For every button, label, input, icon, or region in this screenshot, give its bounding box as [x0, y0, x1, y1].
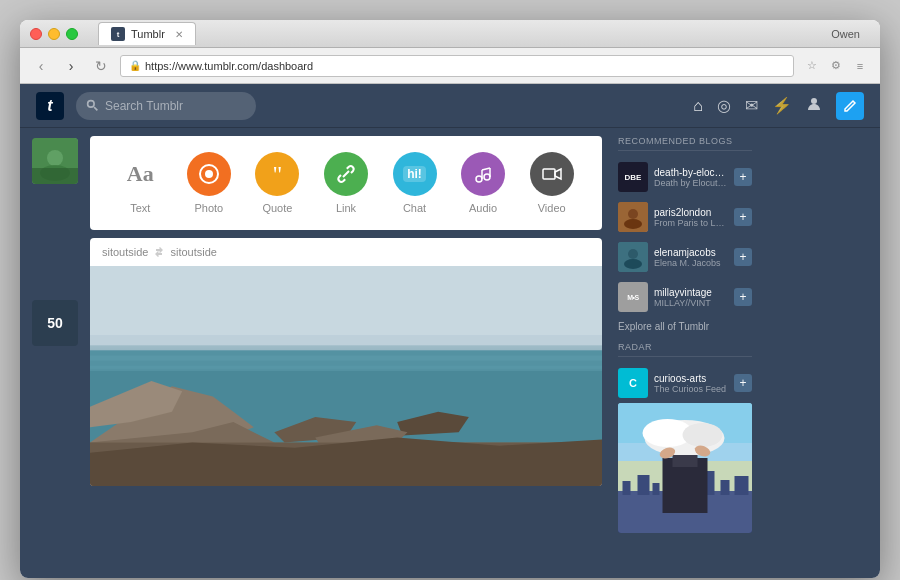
- radar-blog-avatar: C: [618, 368, 648, 398]
- svg-point-33: [628, 249, 638, 259]
- svg-point-0: [88, 101, 95, 108]
- forward-button[interactable]: ›: [60, 55, 82, 77]
- nav-bar: ‹ › ↻ 🔒 https://www.tumblr.com/dashboard…: [20, 48, 880, 84]
- tumblr-logo[interactable]: t: [36, 92, 64, 120]
- follow-button-0[interactable]: +: [734, 168, 752, 186]
- follow-button-1[interactable]: +: [734, 208, 752, 226]
- follow-button-2[interactable]: +: [734, 248, 752, 266]
- svg-point-8: [205, 170, 213, 178]
- quote-post-label: Quote: [262, 202, 292, 214]
- tab-close-button[interactable]: ✕: [175, 29, 183, 40]
- extensions-icon[interactable]: ⚙: [826, 56, 846, 76]
- blog-desc-0: Death by Elocution: [654, 178, 728, 188]
- blog-avatar-1: [618, 202, 648, 232]
- right-sidebar: RECOMMENDED BLOGS DBE death-by-elocution…: [610, 128, 760, 578]
- search-box[interactable]: Search Tumblr: [76, 92, 256, 120]
- blog-name-1: paris2london: [654, 207, 728, 218]
- mail-icon[interactable]: ✉: [745, 96, 758, 115]
- bookmark-icon[interactable]: ☆: [802, 56, 822, 76]
- user-icon[interactable]: [806, 96, 822, 116]
- svg-point-2: [811, 98, 817, 104]
- create-post-card: Aa Text Photo: [90, 136, 602, 230]
- link-post-label: Link: [336, 202, 356, 214]
- post-type-selector: Aa Text Photo: [106, 152, 586, 214]
- svg-line-1: [94, 107, 97, 110]
- svg-rect-15: [90, 266, 602, 345]
- link-post-icon: [324, 152, 368, 196]
- url-bar[interactable]: 🔒 https://www.tumblr.com/dashboard: [120, 55, 794, 77]
- blog-item-1[interactable]: paris2london From Paris to Lond... +: [618, 197, 752, 237]
- main-content: 50 Aa Text: [20, 128, 880, 578]
- back-button[interactable]: ‹: [30, 55, 52, 77]
- browser-window: t Tumblr ✕ Owen ‹ › ↻ 🔒 https://www.tumb…: [20, 20, 880, 578]
- blog-avatar-0: DBE: [618, 162, 648, 192]
- follow-button-3[interactable]: +: [734, 288, 752, 306]
- close-button[interactable]: [30, 28, 42, 40]
- svg-rect-44: [653, 483, 660, 495]
- svg-point-34: [624, 259, 642, 269]
- svg-rect-14: [543, 169, 555, 179]
- header-icons: ⌂ ◎ ✉ ⚡: [693, 92, 864, 120]
- blog-desc-2: Elena M. Jacobs: [654, 258, 728, 268]
- post-image: [90, 266, 602, 486]
- tab-label: Tumblr: [131, 28, 165, 40]
- video-post-label: Video: [538, 202, 566, 214]
- post-area: Aa Text Photo: [90, 128, 610, 578]
- radar-blog-item[interactable]: C curioos-arts The Curioos Feed +: [618, 363, 752, 403]
- radar-follow-button[interactable]: +: [734, 374, 752, 392]
- chat-post-icon: hi!: [393, 152, 437, 196]
- blog-info-1: paris2london From Paris to Lond...: [654, 207, 728, 228]
- compass-icon[interactable]: ◎: [717, 96, 731, 115]
- svg-rect-49: [735, 476, 749, 495]
- blog-info-0: death-by-elocution Death by Elocution: [654, 167, 728, 188]
- blog-name-3: millayvintage: [654, 287, 728, 298]
- feed-post: sitoutside sitoutside: [90, 238, 602, 486]
- page-content: t Search Tumblr ⌂ ◎ ✉ ⚡: [20, 84, 880, 578]
- svg-rect-6: [32, 168, 78, 184]
- post-type-text[interactable]: Aa Text: [110, 152, 170, 214]
- svg-point-31: [624, 219, 642, 229]
- bolt-icon[interactable]: ⚡: [772, 96, 792, 115]
- browser-tab[interactable]: t Tumblr ✕: [98, 22, 196, 45]
- radar-blog-name: curioos-arts: [654, 373, 728, 384]
- minimize-button[interactable]: [48, 28, 60, 40]
- post-type-photo[interactable]: Photo: [179, 152, 239, 214]
- blog-desc-1: From Paris to Lond...: [654, 218, 728, 228]
- post-type-quote[interactable]: " Quote: [247, 152, 307, 214]
- photo-post-label: Photo: [194, 202, 223, 214]
- post-type-video[interactable]: Video: [522, 152, 582, 214]
- quote-post-icon: ": [255, 152, 299, 196]
- post-type-audio[interactable]: Audio: [453, 152, 513, 214]
- radar-title: RADAR: [618, 342, 752, 357]
- tab-area: t Tumblr ✕: [98, 22, 821, 45]
- svg-point-30: [628, 209, 638, 219]
- blog-info-2: elenamjacobs Elena M. Jacobs: [654, 247, 728, 268]
- traffic-lights: [30, 28, 78, 40]
- title-bar: t Tumblr ✕ Owen: [20, 20, 880, 48]
- maximize-button[interactable]: [66, 28, 78, 40]
- post-reblog-source[interactable]: sitoutside: [170, 246, 216, 258]
- post-type-link[interactable]: Link: [316, 152, 376, 214]
- blog-item-3[interactable]: M•S millayvintage MILLAY//VINT +: [618, 277, 752, 317]
- blog-item-2[interactable]: elenamjacobs Elena M. Jacobs +: [618, 237, 752, 277]
- tumblr-header: t Search Tumblr ⌂ ◎ ✉ ⚡: [20, 84, 880, 128]
- user-avatar[interactable]: [32, 138, 78, 184]
- audio-post-label: Audio: [469, 202, 497, 214]
- svg-point-9: [476, 176, 482, 182]
- blog-item-0[interactable]: DBE death-by-elocution Death by Elocutio…: [618, 157, 752, 197]
- svg-rect-20: [90, 350, 602, 370]
- explore-tumblr-link[interactable]: Explore all of Tumblr: [618, 321, 752, 332]
- video-post-icon: [530, 152, 574, 196]
- home-icon[interactable]: ⌂: [693, 97, 703, 115]
- compose-button[interactable]: [836, 92, 864, 120]
- radar-blog-desc: The Curioos Feed: [654, 384, 728, 394]
- blog-avatar-2: [618, 242, 648, 272]
- reblog-icon: [154, 247, 164, 257]
- post-username[interactable]: sitoutside: [102, 246, 148, 258]
- post-user-avatar-small[interactable]: 50: [32, 300, 78, 346]
- refresh-button[interactable]: ↻: [90, 55, 112, 77]
- svg-point-39: [683, 423, 723, 447]
- menu-icon[interactable]: ≡: [850, 56, 870, 76]
- post-type-chat[interactable]: hi! Chat: [385, 152, 445, 214]
- radar-image: [618, 403, 752, 533]
